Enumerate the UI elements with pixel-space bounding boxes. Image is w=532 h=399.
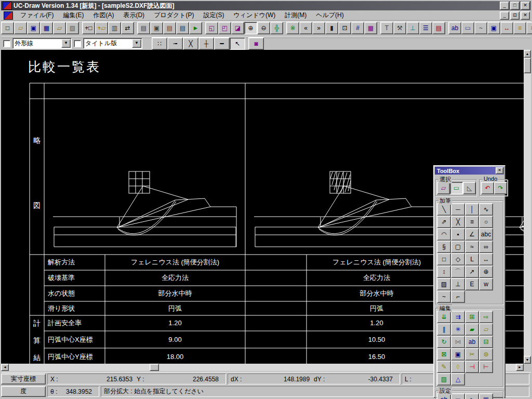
save-all-icon[interactable]: ▦ — [40, 22, 53, 34]
break-line-icon[interactable]: w — [479, 278, 493, 290]
menu-settings[interactable]: 設定(S) — [199, 10, 229, 21]
list-tool-icon[interactable]: ☰ — [419, 22, 432, 34]
toolbox-close-icon[interactable]: ✕ — [496, 167, 503, 174]
stamp-icon[interactable]: ⊚ — [479, 348, 493, 361]
menu-draw[interactable]: 作図(A) — [88, 10, 118, 21]
paper-settings-icon[interactable]: ↔ — [500, 22, 513, 34]
section-mark-icon[interactable]: § — [437, 241, 451, 253]
mirror-icon[interactable]: ⋈ — [451, 336, 465, 348]
open-file-icon[interactable]: ▱ — [14, 22, 27, 34]
menu-edit[interactable]: 編集(E) — [58, 10, 88, 21]
snap-endpoint-icon[interactable]: ╼ — [167, 37, 183, 50]
scroll-down-icon[interactable]: ▼ — [524, 356, 531, 364]
vertical-scrollbar[interactable]: ▲ ▼ — [524, 50, 531, 364]
line-vertical-icon[interactable]: │ — [465, 203, 479, 216]
zoom-out-icon[interactable]: ⊖ — [257, 22, 270, 34]
snap-midpoint-icon[interactable]: ┼ — [198, 37, 214, 50]
view-previous-icon[interactable]: « — [299, 22, 312, 34]
pitch-move-icon[interactable]: ⇊ — [437, 311, 451, 323]
snap-intersection-icon[interactable]: ╳ — [183, 37, 198, 50]
pier-tool-icon[interactable]: T — [380, 22, 393, 34]
plot-output-icon[interactable]: ► — [189, 22, 202, 34]
replace-text-icon[interactable]: ab — [465, 336, 479, 348]
dim-vertical-icon[interactable]: ↕ — [437, 265, 451, 278]
select-settings-icon[interactable]: ▭ — [461, 22, 474, 34]
export-dxf-icon[interactable]: ▥ — [108, 22, 121, 34]
toolbox-palette[interactable]: ToolBox ✕ 選択 ▱▭◺ Undo ↶↷ 加筆 ╲─│∿⇗╳≡○◠▪∠a… — [433, 165, 506, 398]
view-next-icon[interactable]: » — [312, 22, 325, 34]
save-file-icon[interactable]: ▣ — [27, 22, 40, 34]
format-brush-icon[interactable]: ✎ — [437, 361, 451, 373]
copy-icon[interactable]: ⊞ — [465, 311, 479, 323]
circle-icon[interactable]: ○ — [479, 216, 493, 228]
point-icon[interactable]: ▪ — [451, 228, 465, 241]
radial-array-icon[interactable]: ✳ — [451, 323, 465, 336]
select-cursor-icon[interactable]: ↖ — [230, 37, 245, 50]
rectangle-icon[interactable]: □ — [437, 253, 451, 265]
print-area-icon[interactable]: ▤ — [176, 22, 189, 34]
minimize-button[interactable]: _ — [500, 2, 509, 10]
select-move-icon[interactable]: ▱ — [437, 182, 450, 194]
save-block-icon[interactable]: ▣ — [451, 348, 465, 361]
angle-line-icon[interactable]: ∠ — [465, 228, 479, 241]
new-file-icon[interactable]: □ — [1, 22, 14, 34]
ground-mark-icon[interactable]: ⊥ — [451, 278, 465, 290]
menu-file[interactable]: ファイル(F) — [16, 10, 58, 21]
dashed-rect-icon[interactable]: ▢ — [451, 241, 465, 253]
chevron-down-icon[interactable]: ▼ — [61, 39, 71, 48]
undo-icon[interactable]: ↶ — [481, 182, 494, 194]
lay-flat-icon[interactable]: ◊ — [451, 361, 465, 373]
scroll-left-icon[interactable]: ◄ — [1, 364, 9, 371]
toolbox-title-bar[interactable]: ToolBox ✕ — [435, 167, 504, 175]
region-select-icon[interactable]: ◙ — [248, 37, 264, 50]
menu-measure[interactable]: 計測(M) — [280, 10, 311, 21]
freehand-icon[interactable]: ≈ — [465, 241, 479, 253]
zoom-fit-icon[interactable]: ╬ — [270, 22, 283, 34]
trim-icon[interactable]: ⊣ — [465, 361, 479, 373]
curve-settings-icon[interactable]: ∿ — [465, 393, 479, 399]
report-print-icon[interactable]: ▤ — [432, 22, 445, 34]
import-dxf-icon[interactable]: +▱ — [95, 22, 108, 34]
zoom-in-icon[interactable]: ⊕ — [244, 22, 257, 34]
continuous-line-icon[interactable]: L — [465, 253, 479, 265]
scroll-right-icon[interactable]: ► — [516, 364, 524, 371]
polygon-icon[interactable]: ◇ — [451, 253, 465, 265]
text-icon[interactable]: abc — [479, 228, 493, 241]
copy-region-icon[interactable]: ⊟ — [479, 336, 493, 348]
dim-hatch-icon[interactable]: ▨ — [437, 278, 451, 290]
arrow-line-icon[interactable]: ⇗ — [437, 216, 451, 228]
titleblock-checkbox[interactable] — [74, 40, 81, 47]
purge-file-icon[interactable]: ▧ — [66, 22, 79, 34]
mdi-document-icon[interactable] — [4, 11, 13, 20]
level-mark-icon[interactable]: ⌐ — [451, 290, 465, 303]
slope-hatch-icon[interactable]: E — [465, 278, 479, 290]
maximize-button[interactable]: □ — [510, 2, 520, 10]
system-settings-icon[interactable]: ▣ — [479, 393, 493, 399]
delete-drawing-icon[interactable]: ▱ — [53, 22, 66, 34]
polyline-icon[interactable]: ∿ — [479, 203, 493, 216]
system-settings-icon[interactable]: ▣ — [487, 22, 500, 34]
dim-leader-icon[interactable]: ↗ — [465, 265, 479, 278]
dim-horizontal-icon[interactable]: ↔ — [479, 253, 493, 265]
pitch-copy-icon[interactable]: ⇉ — [451, 311, 465, 323]
snap-grid-icon[interactable]: ∷ — [152, 37, 167, 50]
vertical-scroll-thumb[interactable] — [524, 58, 531, 73]
copy-sheet-icon[interactable]: ⇄ — [121, 22, 134, 34]
arc-icon[interactable]: ◠ — [437, 228, 451, 241]
coordinate-display-icon[interactable]: # — [351, 22, 364, 34]
rotate-icon[interactable]: ↻ — [437, 336, 451, 348]
spline-icon[interactable]: ∞ — [479, 241, 493, 253]
menu-help[interactable]: ヘルプ(H) — [311, 10, 349, 21]
wave-line-icon[interactable]: ~ — [437, 290, 451, 303]
grid-list-icon[interactable]: ▦ — [364, 22, 377, 34]
menu-product[interactable]: プロダクト(P) — [149, 10, 198, 21]
bolt-tool-icon[interactable]: ⚒ — [393, 22, 406, 34]
zoom-all-icon[interactable]: ※ — [286, 22, 299, 34]
zoom-window-icon[interactable]: ◰ — [218, 22, 231, 34]
select-polygon-icon[interactable]: ◺ — [463, 182, 476, 194]
horizontal-scroll-thumb[interactable] — [150, 364, 159, 371]
line-icon[interactable]: ╲ — [437, 203, 451, 216]
cross-line-icon[interactable]: ╳ — [451, 216, 465, 228]
stretch-icon[interactable]: ∥ — [437, 323, 451, 336]
layer-checkbox[interactable] — [3, 40, 10, 47]
